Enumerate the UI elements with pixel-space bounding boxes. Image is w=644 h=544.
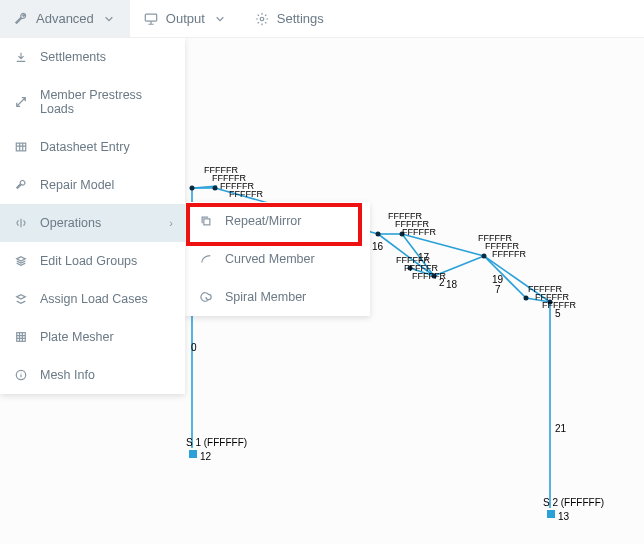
svg-rect-5 <box>204 219 210 225</box>
curve-icon <box>199 252 213 266</box>
svg-text:12: 12 <box>200 451 212 462</box>
layers-icon <box>14 292 28 306</box>
menu-settlements[interactable]: Settlements <box>0 38 185 76</box>
menu-operations[interactable]: Operations › <box>0 204 185 242</box>
svg-line-10 <box>402 234 484 256</box>
submenu-spiral-member[interactable]: Spiral Member <box>185 278 370 316</box>
svg-point-25 <box>482 254 487 259</box>
operations-submenu: Repeat/Mirror Curved Member Spiral Membe… <box>185 202 370 316</box>
menu-repair-model[interactable]: Repair Model <box>0 166 185 204</box>
toolbar-output[interactable]: Output <box>130 0 241 37</box>
chevron-down-icon <box>102 12 116 26</box>
spiral-icon <box>199 290 213 304</box>
svg-text:FFFFFR: FFFFFR <box>229 189 263 199</box>
menu-datasheet-entry[interactable]: Datasheet Entry <box>0 128 185 166</box>
submenu-curved-member[interactable]: Curved Member <box>185 240 370 278</box>
svg-text:2: 2 <box>439 277 445 288</box>
svg-text:16: 16 <box>372 241 384 252</box>
gear-icon <box>255 12 269 26</box>
advanced-dropdown: Settlements Member Prestress Loads Datas… <box>0 38 185 394</box>
svg-text:18: 18 <box>446 279 458 290</box>
svg-text:0: 0 <box>191 342 197 353</box>
menu-assign-load-cases[interactable]: Assign Load Cases <box>0 280 185 318</box>
chevron-down-icon <box>213 12 227 26</box>
svg-text:S 1 (FFFFFF): S 1 (FFFFFF) <box>186 437 247 448</box>
svg-text:FFFFFR: FFFFFR <box>492 249 526 259</box>
svg-point-21 <box>213 186 218 191</box>
toolbar-settings-label: Settings <box>277 11 324 26</box>
svg-point-20 <box>190 186 195 191</box>
toolbar-advanced[interactable]: Advanced <box>0 0 130 37</box>
svg-text:17: 17 <box>418 252 430 263</box>
layers-icon <box>14 254 28 268</box>
svg-text:5: 5 <box>555 308 561 319</box>
svg-text:FFFFFR: FFFFFR <box>402 227 436 237</box>
svg-point-26 <box>524 296 529 301</box>
svg-text:21: 21 <box>555 423 567 434</box>
menu-edit-load-groups[interactable]: Edit Load Groups <box>0 242 185 280</box>
info-icon <box>14 368 28 382</box>
toolbar-settings[interactable]: Settings <box>241 0 338 37</box>
svg-rect-0 <box>145 14 156 21</box>
grid-icon <box>14 330 28 344</box>
wrench-icon <box>14 178 28 192</box>
svg-rect-30 <box>547 510 555 518</box>
svg-line-15 <box>484 256 526 298</box>
main-toolbar: Advanced Output Settings <box>0 0 644 38</box>
toolbar-output-label: Output <box>166 11 205 26</box>
menu-member-prestress[interactable]: Member Prestress Loads <box>0 76 185 128</box>
toolbar-advanced-label: Advanced <box>36 11 94 26</box>
chevron-right-icon: › <box>169 217 173 229</box>
settlements-icon <box>14 50 28 64</box>
svg-point-22 <box>376 232 381 237</box>
wrench-icon <box>14 12 28 26</box>
table-icon <box>14 140 28 154</box>
expand-icon <box>14 95 28 109</box>
menu-plate-mesher[interactable]: Plate Mesher <box>0 318 185 356</box>
svg-point-1 <box>260 17 264 21</box>
svg-rect-3 <box>17 333 26 342</box>
svg-text:7: 7 <box>495 284 501 295</box>
svg-text:13: 13 <box>558 511 570 522</box>
svg-rect-2 <box>16 143 25 151</box>
copy-icon <box>199 214 213 228</box>
svg-rect-29 <box>189 450 197 458</box>
submenu-repeat-mirror[interactable]: Repeat/Mirror <box>185 202 370 240</box>
menu-mesh-info[interactable]: Mesh Info <box>0 356 185 394</box>
monitor-icon <box>144 12 158 26</box>
operations-icon <box>14 216 28 230</box>
svg-text:S 2 (FFFFFF): S 2 (FFFFFF) <box>543 497 604 508</box>
